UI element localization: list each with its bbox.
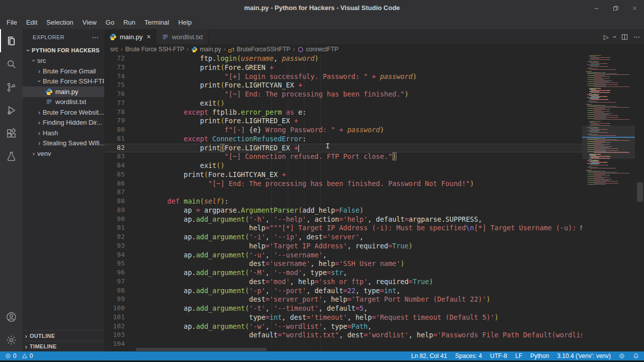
breadcrumb-item-src[interactable]: src (110, 46, 118, 53)
tree-item-wordlist-txt[interactable]: wordlist.txt (23, 97, 104, 108)
section-outline[interactable]: ›OUTLINE (23, 330, 104, 341)
menu-item-terminal[interactable]: Terminal (140, 16, 174, 29)
tree-item-hash[interactable]: ›Hash (23, 128, 104, 138)
code-line-91[interactable]: 91 help="""[*] Target IP Address (-i): M… (104, 224, 582, 233)
tree-item-python-for-hackers[interactable]: ›PYTHON FOR HACKERS (23, 45, 104, 56)
menu-item-selection[interactable]: Selection (42, 16, 77, 29)
status-python[interactable]: Python (530, 352, 549, 359)
minimize-icon[interactable] (587, 0, 606, 16)
status-3-10-4-venv-venv[interactable]: 3.10.4 ('venv': venv) (557, 352, 611, 359)
code-line-95[interactable]: 95 dest='username', help='SSH User name'… (104, 259, 582, 268)
code-line-93[interactable]: 93 help='Target IP Address', required=Tr… (104, 242, 582, 251)
status-spaces-4[interactable]: Spaces: 4 (455, 352, 482, 359)
code-line-74[interactable]: 74 "[+] Login successfuly. Password: " +… (104, 72, 582, 81)
code-line-83[interactable]: 83 "[~] Connection refused. FTP Port clo… (104, 152, 582, 161)
code-line-81[interactable]: 81 except ConnectionRefusedError: (104, 135, 582, 144)
text-cursor (298, 145, 299, 152)
tree-item-label: Stealing Saved Wifi... (43, 139, 104, 147)
status-0[interactable]: 0 (5, 352, 17, 359)
breadcrumb-item-main-py[interactable]: main.py (191, 46, 221, 53)
code-line-100[interactable]: 100 ap.add_argument('-t', '--timeout', d… (104, 304, 582, 313)
status-0[interactable]: 0 (22, 352, 33, 359)
explorer-more-actions-icon[interactable]: ⋯ (92, 33, 99, 41)
code-line-87[interactable]: 87 (104, 188, 582, 197)
code-line-78[interactable]: 78 except ftplib.error_perm as e: (104, 108, 582, 117)
tree-item-stealing-saved-wifi[interactable]: ›Stealing Saved Wifi... (23, 138, 104, 149)
code-editor[interactable]: 72 ftp.login(username, password)73 print… (104, 54, 582, 347)
code-line-94[interactable]: 94 ap.add_argument('-u', '--username', (104, 251, 582, 260)
tree-item-brute-force-gmail[interactable]: ›Brute Force Gmail (23, 66, 104, 76)
code-line-76[interactable]: 76 "[~] End: The processing has been fin… (104, 90, 582, 99)
code-line-72[interactable]: 72 ftp.login(username, password) (104, 54, 582, 63)
minimap[interactable] (582, 54, 644, 351)
status-bell-icon[interactable] (633, 353, 639, 359)
code-line-96[interactable]: 96 ap.add_argument('-M', '--mod', type=s… (104, 268, 582, 278)
more-actions-icon[interactable]: ⋯ (633, 33, 640, 41)
breadcrumb-item-connectftp[interactable]: connectFTP (297, 46, 339, 53)
code-line-86[interactable]: 86 "[~] End: The processing has been fin… (104, 179, 582, 189)
tab-wordlist-txt[interactable]: wordlist.txt (156, 29, 208, 44)
run-python-button[interactable]: ▷ (604, 33, 609, 41)
code-line-104[interactable]: 104 (104, 340, 582, 347)
vertical-scrollbar-thumb[interactable] (637, 183, 643, 202)
source-control-icon[interactable] (0, 75, 23, 99)
code-line-92[interactable]: 92 ap.add_argument('-i', '--ip', dest='s… (104, 233, 582, 242)
files-icon[interactable] (0, 29, 23, 52)
code-line-98[interactable]: 98 ap.add_argument('-p', '--port', defau… (104, 287, 582, 296)
menu-item-edit[interactable]: Edit (22, 16, 42, 29)
code-line-82[interactable]: 82 print(Fore.LIGHTRED_EX + (104, 144, 582, 153)
menu-item-run[interactable]: Run (119, 16, 140, 29)
code-line-102[interactable]: 102 ap.add_argument('-w', '--wordlist', … (104, 322, 582, 331)
tree-item-src[interactable]: ›src (23, 56, 104, 66)
section-label: TIMELINE (30, 343, 57, 349)
tree-item-main-py[interactable]: main.py (23, 86, 104, 97)
close-icon[interactable] (625, 0, 644, 16)
search-icon[interactable] (0, 52, 23, 75)
tree-item-label: Finding Hidden Dir... (43, 119, 102, 126)
settings-gear-icon[interactable] (0, 328, 23, 351)
status-utf-8[interactable]: UTF-8 (490, 352, 507, 359)
code-line-99[interactable]: 99 dest='server_port', help='Target Port… (104, 295, 582, 304)
run-debug-icon[interactable] (0, 99, 23, 122)
code-line-79[interactable]: 79 print(Fore.LIGHTRED_EX + (104, 117, 582, 126)
status-lf[interactable]: LF (515, 352, 522, 359)
tree-item-brute-force-websit[interactable]: ›Brute Force Websit... (23, 107, 104, 118)
code-line-75[interactable]: 75 print(Fore.LIGHTCYAN_EX + (104, 81, 582, 90)
menu-item-view[interactable]: View (78, 16, 101, 29)
run-dropdown-icon[interactable]: › (611, 36, 618, 38)
restore-icon[interactable] (606, 0, 625, 16)
menu-item-file[interactable]: File (2, 16, 22, 29)
section-timeline[interactable]: ›TIMELINE (23, 341, 104, 351)
horizontal-scrollbar-thumb[interactable] (136, 348, 267, 351)
breadcrumb-item-brute-force-ssh-ftp[interactable]: Brute Force SSH-FTP (125, 46, 184, 53)
breadcrumb-item-bruteforcesshftp[interactable]: BruteForceSSHFTP (228, 46, 290, 53)
tree-item-brute-force-ssh-ftp[interactable]: ›Brute Force SSH-FTP (23, 76, 104, 87)
menu-item-help[interactable]: Help (174, 16, 196, 29)
tab-main-py[interactable]: main.py× (104, 29, 156, 44)
code-line-88[interactable]: 88 def main(self): (104, 197, 582, 206)
close-tab-icon[interactable]: × (147, 33, 151, 41)
testing-icon[interactable] (0, 145, 23, 168)
horizontal-scrollbar[interactable] (104, 347, 582, 351)
account-icon[interactable] (0, 305, 23, 328)
code-line-101[interactable]: 101 type=int, dest='timeout', help='Requ… (104, 313, 582, 322)
tree-item-finding-hidden-dir[interactable]: ›Finding Hidden Dir... (23, 118, 104, 128)
code-line-89[interactable]: 89 ap = argparse.ArgumentParser(add_help… (104, 206, 582, 215)
status-feedback-icon[interactable] (619, 353, 625, 359)
split-editor-icon[interactable] (621, 33, 628, 41)
menu-item-go[interactable]: Go (101, 16, 119, 29)
status-ln-82-col-41[interactable]: Ln 82, Col 41 (411, 352, 447, 359)
extensions-icon[interactable] (0, 122, 23, 145)
minimap-viewport[interactable] (582, 126, 635, 159)
tree-item-label: PYTHON FOR HACKERS (32, 47, 100, 53)
tree-item-venv[interactable]: ›venv (23, 148, 104, 159)
code-line-84[interactable]: 84 exit() (104, 161, 582, 170)
code-line-73[interactable]: 73 print(Fore.GREEN + (104, 63, 582, 72)
code-line-90[interactable]: 90 ap.add_argument('-h', '--help', actio… (104, 215, 582, 224)
code-line-77[interactable]: 77 exit() (104, 99, 582, 108)
code-line-97[interactable]: 97 dest='mod', help='ssh or ftp', requir… (104, 278, 582, 287)
code-line-80[interactable]: 80 f"[-] {e} Wrong Password: " + passwor… (104, 126, 582, 135)
chevron-right-icon: › (23, 332, 30, 340)
code-line-103[interactable]: 103 default="wordlist.txt", dest='wordli… (104, 331, 582, 340)
code-line-85[interactable]: 85 print(Fore.LIGHTCYAN_EX + (104, 170, 582, 179)
